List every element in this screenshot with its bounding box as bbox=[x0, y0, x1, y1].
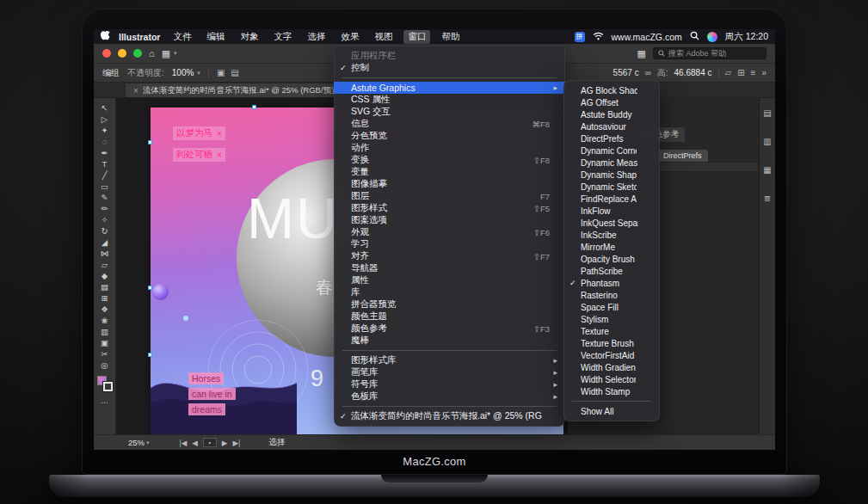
line-segment-tool[interactable]: ╱ bbox=[96, 169, 114, 181]
height-value-field[interactable]: 46.6884 c bbox=[674, 68, 712, 77]
window-menu-item[interactable]: 分色预览 bbox=[334, 130, 565, 142]
astute-submenu-item[interactable]: Dynamic Sketch bbox=[563, 181, 660, 193]
window-minimize-button[interactable] bbox=[118, 49, 126, 58]
graph-tool[interactable]: ▥ bbox=[96, 326, 114, 337]
astute-submenu-item[interactable]: AG Block Shadow bbox=[563, 84, 660, 96]
blend-tool[interactable]: ❖ bbox=[96, 304, 114, 315]
artboard-first-button[interactable]: |◀ bbox=[180, 439, 188, 447]
astute-submenu-item[interactable]: ✓Phantasm bbox=[563, 277, 660, 289]
astute-submenu-item[interactable]: Dynamic Shapes bbox=[563, 169, 660, 181]
astute-submenu-item[interactable]: AG Offset bbox=[563, 96, 660, 108]
window-menu-item[interactable]: 图形样式⇧F5 bbox=[334, 202, 565, 214]
apple-menu-icon[interactable] bbox=[101, 31, 110, 42]
astute-submenu-item[interactable]: InkScribe bbox=[563, 229, 660, 241]
rotate-tool[interactable]: ↻ bbox=[96, 225, 114, 237]
slice-tool[interactable]: ✂ bbox=[96, 348, 114, 360]
zoom-tool[interactable]: ◎ bbox=[96, 360, 114, 371]
style-options-icon[interactable]: ▣ bbox=[217, 68, 225, 77]
astute-submenu-item[interactable]: Texture bbox=[563, 325, 660, 337]
window-menu-item[interactable]: CSS 属性 bbox=[334, 94, 565, 106]
transform-panel-icon[interactable]: ▱ bbox=[725, 68, 732, 77]
window-menu-item[interactable]: 画笔库▸ bbox=[334, 366, 565, 378]
paintbrush-tool[interactable]: ✎ bbox=[96, 192, 114, 203]
window-menu-item[interactable]: ✓流体渐变简约的时尚音乐节海报.ai* @ 25% (RGB/预览) bbox=[334, 410, 565, 422]
selection-handle[interactable] bbox=[148, 286, 152, 290]
gradient-tool[interactable]: ▤ bbox=[96, 281, 114, 292]
pencil-tool[interactable]: ✏ bbox=[96, 203, 114, 214]
layers-panel-icon[interactable]: ▥ bbox=[763, 137, 771, 146]
selection-tool[interactable]: ↖ bbox=[96, 102, 114, 114]
window-menu-item[interactable]: 属性 bbox=[334, 274, 565, 286]
menubar-menu[interactable]: 窗口 bbox=[403, 30, 430, 44]
symbol-sprayer-tool[interactable]: ❀ bbox=[96, 315, 114, 326]
zoom-level-dropdown[interactable]: 25% bbox=[128, 438, 145, 447]
window-menu-item[interactable]: 颜色参考⇧F3 bbox=[334, 323, 565, 335]
window-menu-item[interactable]: 外观⇧F6 bbox=[334, 226, 565, 238]
astute-submenu-item[interactable]: Width Stamp bbox=[563, 385, 660, 397]
fill-stroke-swatches[interactable] bbox=[97, 376, 113, 391]
menubar-clock[interactable]: 周六 12:20 bbox=[725, 31, 768, 43]
type-tool[interactable]: T bbox=[96, 158, 114, 169]
app-menu-title[interactable]: Illustrator bbox=[119, 32, 160, 42]
astute-submenu-item[interactable]: Space Fill bbox=[563, 301, 660, 313]
window-menu-item[interactable]: 魔棒 bbox=[334, 335, 565, 347]
shaper-tool[interactable]: ✧ bbox=[96, 214, 114, 225]
astute-submenu-item[interactable]: Autosaviour bbox=[563, 120, 660, 132]
window-menu-item[interactable]: 图案选项 bbox=[334, 214, 565, 226]
pen-tool[interactable]: ✒ bbox=[96, 147, 114, 158]
directprefs-panel-tab[interactable]: DirectPrefs bbox=[657, 150, 708, 162]
selection-handle[interactable] bbox=[148, 140, 152, 144]
free-transform-tool[interactable]: ▱ bbox=[96, 259, 114, 270]
window-menu-item[interactable]: 图层F7 bbox=[334, 190, 565, 202]
menubar-menu[interactable]: 文字 bbox=[269, 30, 296, 44]
menubar-menu[interactable]: 文件 bbox=[169, 30, 195, 44]
window-menu-item[interactable]: 变量 bbox=[334, 166, 565, 178]
astute-submenu-item[interactable]: DirectPrefs bbox=[563, 132, 660, 144]
astute-submenu-item[interactable]: FindReplace Art bbox=[563, 193, 660, 205]
window-close-button[interactable] bbox=[102, 49, 111, 58]
astute-submenu-item[interactable]: InkQuest Separations bbox=[563, 217, 660, 229]
astute-submenu-item[interactable]: Dynamic Corners bbox=[563, 144, 660, 157]
window-menu-item[interactable]: 库 bbox=[334, 286, 565, 298]
astute-submenu-item[interactable]: Width Selector bbox=[563, 373, 660, 385]
astute-submenu-item[interactable]: Width Gradient bbox=[563, 361, 660, 373]
arrange-documents-button[interactable]: ▦ bbox=[162, 49, 170, 58]
properties-panel-icon[interactable]: ▤ bbox=[763, 108, 771, 118]
direct-selection-tool[interactable]: ▷ bbox=[96, 114, 114, 125]
panel-menu-icon[interactable]: ≡ bbox=[751, 68, 756, 77]
menubar-menu[interactable]: 视图 bbox=[370, 30, 397, 44]
document-tab[interactable]: × 流体渐变简约的时尚音乐节海报.ai* @ 25% (RGB/预览) bbox=[125, 83, 351, 97]
link-dimensions-icon[interactable]: ∞ bbox=[645, 68, 651, 77]
artboard-prev-button[interactable]: ◀ bbox=[192, 439, 198, 447]
input-method-icon[interactable]: 拼 bbox=[575, 32, 585, 42]
wifi-icon[interactable] bbox=[593, 32, 604, 42]
window-menu-item[interactable]: ✓控制 bbox=[334, 62, 565, 74]
document-setup-icon[interactable]: ▤ bbox=[231, 68, 238, 77]
stroke-color-swatch[interactable] bbox=[103, 382, 113, 391]
lasso-tool[interactable]: ◌ bbox=[96, 136, 114, 147]
width-value-field[interactable]: 5567 c bbox=[613, 68, 639, 77]
astute-submenu-item[interactable]: MirrorMe bbox=[563, 241, 660, 253]
astute-submenu-item[interactable]: Rasterino bbox=[563, 289, 660, 301]
collapse-panels-icon[interactable]: » bbox=[761, 68, 766, 77]
menubar-menu[interactable]: 编辑 bbox=[202, 30, 229, 44]
spotlight-search-icon[interactable] bbox=[690, 31, 699, 42]
artboard-last-button[interactable]: ▶| bbox=[232, 439, 240, 447]
width-tool[interactable]: ⋈ bbox=[96, 248, 114, 259]
astute-submenu-item[interactable]: Show All bbox=[563, 405, 660, 417]
edit-toolbar-icon[interactable]: ⋯ bbox=[101, 398, 108, 407]
menubar-menu[interactable]: 选择 bbox=[303, 30, 329, 44]
scale-tool[interactable]: ◢ bbox=[96, 237, 114, 248]
window-menu-item[interactable]: 颜色主题 bbox=[334, 310, 565, 323]
window-menu-item[interactable]: 图形样式库▸ bbox=[334, 354, 565, 366]
menubar-menu[interactable]: 效果 bbox=[336, 30, 363, 44]
mesh-tool[interactable]: ⊞ bbox=[96, 292, 114, 304]
window-menu-item[interactable]: 导航器 bbox=[334, 262, 565, 274]
menubar-menu[interactable]: 帮助 bbox=[437, 30, 464, 44]
align-objects-icon[interactable]: ⊞ bbox=[737, 68, 744, 77]
window-menu-item[interactable]: 色板库▸ bbox=[334, 390, 565, 403]
rectangle-tool[interactable]: ▭ bbox=[96, 181, 114, 192]
selection-handle[interactable] bbox=[252, 105, 256, 109]
astute-submenu-item[interactable]: Astute Buddy bbox=[563, 108, 660, 120]
astute-submenu-item[interactable]: Stylism bbox=[563, 313, 660, 325]
